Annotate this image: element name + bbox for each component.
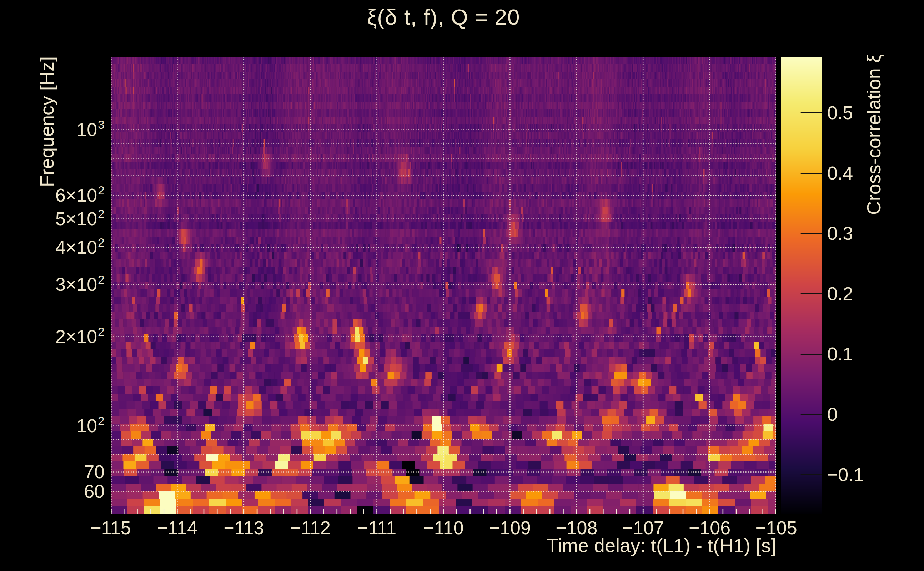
colorbar-tick-label: 0: [827, 404, 920, 425]
x-tick-label: −107: [611, 517, 675, 538]
x-tick-label: −114: [145, 517, 209, 538]
y-tick-label: 4×102: [14, 237, 105, 260]
chart-title: ξ(δ t, f), Q = 20: [111, 4, 776, 29]
spectrogram-heatmap: [111, 57, 776, 514]
x-tick-label: −109: [478, 517, 542, 538]
colorbar-tick-label: 0.3: [827, 223, 920, 244]
x-tick-label: −106: [678, 517, 742, 538]
x-tick-label: −105: [744, 517, 808, 538]
y-tick-label: 3×102: [14, 274, 105, 297]
x-tick-label: −108: [544, 517, 609, 538]
colorbar-tick-label: −0.1: [827, 464, 920, 485]
colorbar-tick-label: 0.2: [827, 283, 920, 304]
x-tick-label: −110: [411, 517, 476, 538]
colorbar-gradient: [781, 57, 822, 514]
x-tick-label: −113: [212, 517, 276, 538]
y-tick-label: 6×102: [14, 185, 105, 208]
colorbar-tick-label: 0.4: [827, 163, 920, 184]
y-tick-label: 60: [14, 481, 105, 502]
x-tick-label: −112: [278, 517, 342, 538]
y-tick-label: 70: [14, 461, 105, 482]
x-tick-label: −115: [79, 517, 143, 538]
figure-root: { "title": "ξ(δ t, f), Q = 20", "colors"…: [0, 0, 924, 571]
colorbar-title: Cross-correlation ξ: [862, 54, 885, 215]
colorbar-tick-label: 0.5: [827, 102, 920, 123]
y-tick-label: 102: [14, 415, 105, 438]
y-tick-label: 5×102: [14, 208, 105, 231]
y-tick-label: 2×102: [14, 326, 105, 349]
y-tick-label: 103: [14, 119, 105, 142]
colorbar-tick-label: 0.1: [827, 344, 920, 364]
x-tick-label: −111: [345, 517, 409, 538]
